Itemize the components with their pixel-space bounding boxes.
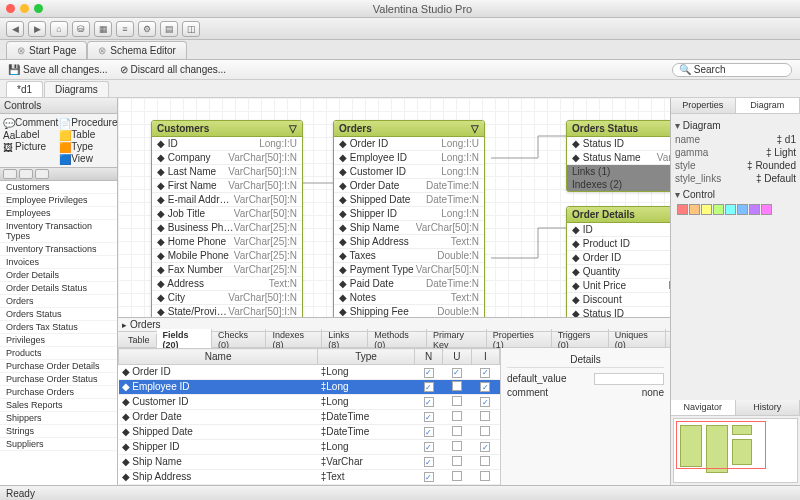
field-row[interactable]: ◆ CompanyVarChar[50]:I:N [152, 151, 302, 165]
color-swatch[interactable] [701, 204, 712, 215]
tree-item[interactable]: Orders Tax Status [0, 321, 117, 334]
field-row[interactable]: ◆ Order ID‡Long✓✓✓ [119, 365, 500, 380]
tree-item[interactable]: Purchase Orders [0, 386, 117, 399]
tree-item[interactable]: Inventory Transaction Types [0, 220, 117, 243]
control-comment[interactable]: 💬Comment [3, 117, 58, 128]
field-row[interactable]: ◆ Job TitleVarChar[50]:N [152, 207, 302, 221]
tab-properties[interactable]: Properties [671, 98, 736, 113]
tree-item[interactable]: Orders Status [0, 308, 117, 321]
checkbox[interactable]: ✓ [424, 412, 434, 422]
color-swatch[interactable] [689, 204, 700, 215]
control-table[interactable]: 🟨Table [59, 129, 117, 140]
query-button[interactable]: ⚙ [138, 21, 156, 37]
checkbox[interactable]: ✓ [424, 427, 434, 437]
diagram-button[interactable]: ◫ [182, 21, 200, 37]
field-row[interactable]: ◆ Status IDLong:I:N [567, 307, 670, 317]
tree-item[interactable]: Suppliers [0, 438, 117, 451]
tree-item[interactable]: Privileges [0, 334, 117, 347]
tree-item[interactable]: Purchase Order Details [0, 360, 117, 373]
checkbox[interactable]: ✓ [452, 368, 462, 378]
discard-all-button[interactable]: ⊘Discard all changes... [120, 64, 227, 75]
minimize-icon[interactable] [20, 4, 29, 13]
tab-navigator[interactable]: Navigator [671, 400, 736, 415]
canvas-tab-d1[interactable]: *d1 [6, 81, 43, 97]
color-swatch[interactable] [713, 204, 724, 215]
checkbox[interactable] [480, 426, 490, 436]
checkbox[interactable]: ✓ [424, 397, 434, 407]
search-input[interactable]: 🔍 Search [672, 63, 792, 77]
default-value-input[interactable] [594, 373, 664, 385]
checkbox[interactable]: ✓ [480, 397, 490, 407]
color-swatch[interactable] [677, 204, 688, 215]
field-row[interactable]: ◆ QuantityDouble [567, 265, 670, 279]
tree-item[interactable]: Employees [0, 207, 117, 220]
field-row[interactable]: ◆ Status IDShort:I:U [567, 137, 670, 151]
tree-item[interactable]: Sales Reports [0, 399, 117, 412]
tree-item[interactable]: Shippers [0, 412, 117, 425]
field-row[interactable]: ◆ Order IDLong:I:U [334, 137, 484, 151]
tree-item[interactable]: Employee Privileges [0, 194, 117, 207]
field-row[interactable]: ◆ Order DateDateTime:N [334, 179, 484, 193]
tree-item[interactable]: Order Details Status [0, 282, 117, 295]
close-tab-icon[interactable]: ⊗ [98, 45, 106, 56]
checkbox[interactable]: ✓ [424, 442, 434, 452]
field-row[interactable]: ◆ Ship AddressText:N [334, 235, 484, 249]
checkbox[interactable] [452, 411, 462, 421]
diagram-canvas[interactable]: Customers▽◆ IDLong:I:U◆ CompanyVarChar[5… [118, 98, 670, 317]
control-label[interactable]: AaLabel [3, 129, 58, 140]
field-row[interactable]: ◆ Shipper ID‡Long✓✓ [119, 439, 500, 454]
checkbox[interactable] [452, 396, 462, 406]
field-row[interactable]: ◆ Mobile PhoneVarChar[25]:N [152, 249, 302, 263]
db-button[interactable]: ⛁ [72, 21, 90, 37]
grid-mode-button[interactable] [19, 169, 33, 179]
checkbox[interactable] [452, 381, 462, 391]
collapse-icon[interactable]: ▽ [289, 123, 297, 134]
control-view[interactable]: 🟦View [59, 153, 117, 164]
entity-orders-status[interactable]: Orders Status▽◆ Status IDShort:I:U◆ Stat… [566, 120, 670, 192]
tree-item[interactable]: Order Details [0, 269, 117, 282]
checkbox[interactable] [480, 456, 490, 466]
field-row[interactable]: ◆ Product IDLong:I:N [567, 237, 670, 251]
field-row[interactable]: ◆ Last NameVarChar[50]:I:N [152, 165, 302, 179]
tab-diagram[interactable]: Diagram [736, 98, 801, 113]
checkbox[interactable] [452, 456, 462, 466]
field-row[interactable]: ◆ Order IDLong:I:N [567, 251, 670, 265]
tree-item[interactable]: Products [0, 347, 117, 360]
field-row[interactable]: ◆ Customer IDLong:I:N [334, 165, 484, 179]
field-row[interactable]: ◆ Customer ID‡Long✓✓ [119, 394, 500, 409]
checkbox[interactable] [480, 471, 490, 481]
fields-grid[interactable]: NameTypeNUI◆ Order ID‡Long✓✓✓◆ Employee … [118, 348, 500, 485]
collapse-icon[interactable]: ▽ [471, 123, 479, 134]
control-picture[interactable]: 🖼Picture [3, 141, 58, 152]
color-swatch[interactable] [749, 204, 760, 215]
indexes-section[interactable]: Indexes (2)▽ [567, 178, 670, 191]
field-row[interactable]: ◆ Employee IDLong:I:N [334, 151, 484, 165]
checkbox[interactable] [452, 441, 462, 451]
field-row[interactable]: ◆ Ship Address‡Text✓ [119, 469, 500, 484]
field-row[interactable]: ◆ TaxesDouble:N [334, 249, 484, 263]
checkbox[interactable] [452, 471, 462, 481]
field-row[interactable]: ◆ Fax NumberVarChar[25]:N [152, 263, 302, 277]
column-header[interactable]: N [414, 349, 442, 365]
filter-button[interactable] [35, 169, 49, 179]
field-row[interactable]: ◆ Shipper IDLong:I:N [334, 207, 484, 221]
home-button[interactable]: ⌂ [50, 21, 68, 37]
prop-value[interactable]: ‡ Default [756, 173, 796, 184]
field-row[interactable]: ◆ NotesText:N [334, 291, 484, 305]
control-empty[interactable] [3, 153, 58, 164]
viewport-indicator[interactable] [676, 421, 766, 469]
field-row[interactable]: ◆ E-mail AddressVarChar[50]:N [152, 193, 302, 207]
navigator-minimap[interactable] [673, 418, 798, 483]
field-row[interactable]: ◆ AddressText:N [152, 277, 302, 291]
maximize-icon[interactable] [34, 4, 43, 13]
sql-button[interactable]: ≡ [116, 21, 134, 37]
checkbox[interactable]: ✓ [424, 382, 434, 392]
field-row[interactable]: ◆ Paid DateDateTime:N [334, 277, 484, 291]
field-row[interactable]: ◆ IDLong:I:U [152, 137, 302, 151]
field-row[interactable]: ◆ DiscountDouble [567, 293, 670, 307]
column-header[interactable]: Type [318, 349, 415, 365]
field-row[interactable]: ◆ Shipped Date‡DateTime✓ [119, 424, 500, 439]
list-mode-button[interactable] [3, 169, 17, 179]
report-button[interactable]: ▤ [160, 21, 178, 37]
color-swatch[interactable] [725, 204, 736, 215]
